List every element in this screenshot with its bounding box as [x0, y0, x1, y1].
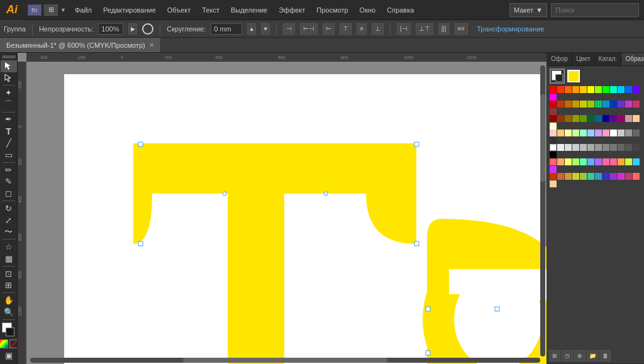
line-tool[interactable]: ╱ [1, 137, 17, 149]
swatch-amber[interactable] [572, 86, 579, 93]
swatch-r3[interactable] [557, 101, 564, 108]
selection-tool[interactable] [1, 60, 17, 72]
menu-text[interactable]: Текст [197, 4, 225, 16]
direct-selection-tool[interactable] [1, 72, 17, 84]
swatch-t12[interactable] [633, 130, 640, 136]
swatch-v3[interactable] [565, 173, 572, 180]
swatch-g7[interactable] [602, 144, 609, 151]
panel-icon-4[interactable]: 📁 [587, 350, 598, 361]
vertical-scrollbar[interactable] [540, 65, 545, 356]
swatch-u8[interactable] [602, 158, 609, 165]
swatch-yellow-orange[interactable] [580, 86, 587, 93]
panel-icon-3[interactable]: ⊕ [574, 350, 586, 361]
document-tab[interactable]: Безымянный-1* @ 600% (CMYK/Просмотр) ✕ [0, 38, 161, 52]
swatch-u12[interactable] [633, 158, 640, 165]
color-mode-none[interactable] [9, 339, 18, 348]
swatch-g9[interactable] [618, 144, 625, 151]
artboard-tool[interactable]: ⊡ [1, 268, 17, 280]
swatch-white[interactable] [550, 144, 557, 151]
align-bottom[interactable]: ⊥ [372, 23, 384, 35]
paintbrush-tool[interactable]: ✏ [1, 164, 17, 176]
swatch-s7[interactable] [595, 115, 602, 122]
column-graph-tool[interactable]: ▦ [1, 253, 17, 265]
tab-close-button[interactable]: ✕ [149, 41, 154, 48]
rounding-down[interactable]: ▼ [261, 23, 270, 35]
swatch-t13[interactable] [550, 137, 557, 144]
swatch-r12[interactable] [625, 101, 632, 108]
swatch-v10[interactable] [618, 173, 625, 180]
menu-window[interactable]: Окно [355, 4, 381, 16]
swatch-u1[interactable] [550, 158, 557, 165]
menu-effect[interactable]: Эффект [274, 4, 310, 16]
align-right[interactable]: ⊢ [323, 23, 335, 35]
swatch-cyan-green[interactable] [610, 86, 617, 93]
rounding-value[interactable]: 0 mm [211, 23, 242, 35]
swatch-t10[interactable] [618, 130, 625, 136]
swatch-s6[interactable] [587, 115, 594, 122]
warp-tool[interactable]: 〜 [1, 226, 17, 238]
rectangle-tool[interactable]: ▭ [1, 149, 17, 161]
panel-icon-2[interactable]: ◷ [562, 350, 573, 361]
swatch-r7[interactable] [587, 101, 594, 108]
pen-tool[interactable]: ✒ [1, 114, 17, 126]
active-swatch[interactable] [567, 70, 580, 82]
swatch-s11[interactable] [625, 115, 632, 122]
panel-icon-5[interactable]: 🗑 [599, 350, 611, 361]
swatch-magenta[interactable] [550, 94, 557, 101]
swatch-u11[interactable] [625, 158, 632, 165]
grid-arrow[interactable]: ▼ [60, 7, 66, 13]
type-tool[interactable]: T [1, 125, 17, 137]
swatch-g8[interactable] [610, 144, 617, 151]
swatch-r9[interactable] [602, 101, 609, 108]
swatch-v13[interactable] [550, 180, 557, 187]
swatch-u3[interactable] [565, 158, 572, 165]
swatch-g3[interactable] [572, 144, 579, 151]
menu-edit[interactable]: Редактирование [98, 4, 161, 16]
transform-link[interactable]: Трансформирование [477, 25, 544, 33]
swatch-t1[interactable] [550, 130, 557, 136]
align-center-h[interactable]: ⊢⊣ [300, 23, 318, 35]
tab-catalog[interactable]: Катал. [595, 53, 622, 65]
eraser-tool[interactable]: ◻ [1, 187, 17, 199]
swatch-s5[interactable] [580, 115, 587, 122]
swatch-fg-bg[interactable] [550, 69, 565, 84]
swatch-v11[interactable] [625, 173, 632, 180]
distribute-space-h[interactable]: ||| [438, 23, 450, 35]
swatch-r14[interactable] [550, 108, 557, 115]
swatch-u5[interactable] [580, 158, 587, 165]
swatch-v9[interactable] [610, 173, 617, 180]
canvas-area[interactable]: -400 -200 0 200 400 600 800 1000 1200 -2… [18, 53, 547, 364]
swatch-green[interactable] [602, 86, 609, 93]
menu-file[interactable]: Файл [70, 4, 97, 16]
swatch-r11[interactable] [618, 101, 625, 108]
distribute-space-v[interactable]: ≡≡ [455, 23, 469, 35]
zoom-tool[interactable]: 🔍 [1, 306, 17, 318]
tab-color[interactable]: Цвет [572, 53, 594, 65]
swatch-sky[interactable] [618, 86, 625, 93]
tab-ofori[interactable]: Офор [547, 53, 572, 65]
swatch-g2[interactable] [565, 144, 572, 151]
search-input[interactable] [551, 3, 639, 17]
swatch-s4[interactable] [572, 115, 579, 122]
distribute-h[interactable]: |⊣ [397, 23, 411, 35]
swatch-r13[interactable] [633, 101, 640, 108]
swatch-r4[interactable] [565, 101, 572, 108]
swatch-t11[interactable] [625, 130, 632, 136]
swatch-u2[interactable] [557, 158, 564, 165]
swatch-r6[interactable] [580, 101, 587, 108]
align-left[interactable]: ⊣ [283, 23, 295, 35]
swatch-v12[interactable] [633, 173, 640, 180]
menu-help[interactable]: Справка [382, 4, 419, 16]
swatch-s1[interactable] [550, 115, 557, 122]
swatch-u7[interactable] [595, 158, 602, 165]
swatch-g4[interactable] [580, 144, 587, 151]
swatch-r2[interactable] [550, 101, 557, 108]
swatch-t4[interactable] [572, 130, 579, 136]
magic-wand-tool[interactable]: ✦ [1, 87, 17, 99]
hand-tool[interactable]: ✋ [1, 294, 17, 306]
align-center-v[interactable]: ≡ [357, 23, 367, 35]
swatch-u13[interactable] [550, 166, 557, 173]
menu-view[interactable]: Просмотр [311, 4, 353, 16]
swatch-v2[interactable] [557, 173, 564, 180]
swatch-blue[interactable] [625, 86, 632, 93]
